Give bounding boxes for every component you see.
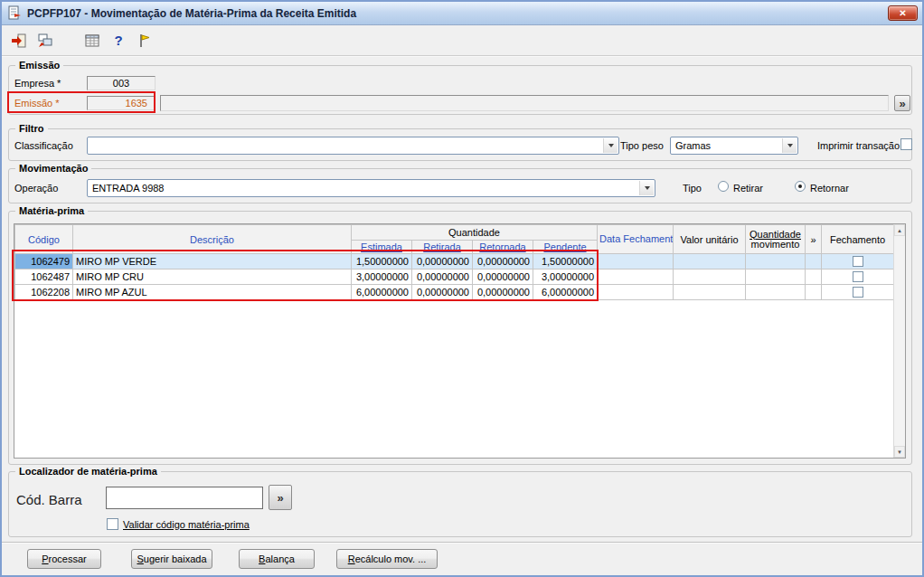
notes-icon[interactable] <box>135 31 155 51</box>
scroll-up-icon[interactable]: ▲ <box>894 224 905 236</box>
cell-estimada[interactable]: 6,00000000 <box>352 285 412 300</box>
cell-estimada[interactable]: 1,50000000 <box>352 254 412 270</box>
col-header-retornada[interactable]: Retornada <box>473 241 533 254</box>
empresa-field: 003 <box>87 76 156 90</box>
validar-codigo-label[interactable]: Validar código matéria-prima <box>123 519 250 530</box>
cell-quantidade-movimento[interactable] <box>746 254 806 270</box>
cell-retirada[interactable]: 0,00000000 <box>412 285 473 300</box>
recalculo-button[interactable]: Recálculo mov. ... <box>336 549 438 569</box>
grid-vertical-scrollbar[interactable]: ▲ ▼ <box>893 224 905 458</box>
materia-prima-grid: Código Descrição Quantidade Data Fechame… <box>14 223 906 459</box>
help-icon[interactable]: ? <box>108 31 128 51</box>
cod-barra-input[interactable] <box>106 487 263 509</box>
localizador-group: Localizador de matéria-prima Cód. Barra … <box>8 471 912 537</box>
col-header-estimada[interactable]: Estimada <box>352 241 412 254</box>
dropdown-arrow-icon[interactable] <box>639 181 654 195</box>
dropdown-arrow-icon[interactable] <box>603 138 618 153</box>
cell-chevron[interactable] <box>806 254 822 270</box>
toolbar: ? <box>2 26 922 54</box>
switch-form-icon[interactable] <box>35 31 55 51</box>
emissao-field[interactable]: 1635 <box>87 96 156 110</box>
cell-quantidade-movimento[interactable] <box>746 285 806 300</box>
cell-retornada[interactable]: 0,00000000 <box>473 270 533 285</box>
emissao-value: 1635 <box>126 98 147 109</box>
cell-codigo[interactable]: 1062479 <box>15 254 73 270</box>
col-header-pendente[interactable]: Pendente <box>533 241 598 254</box>
classificacao-label: Classificação <box>14 140 73 151</box>
materia-prima-table: Código Descrição Quantidade Data Fechame… <box>14 224 894 300</box>
operacao-select[interactable]: ENTRADA 9988 <box>87 179 655 197</box>
col-header-data-fechamento[interactable]: Data Fechamento <box>598 225 674 254</box>
tipo-label: Tipo <box>683 183 702 194</box>
cell-valor-unitario[interactable] <box>674 285 746 300</box>
emissao-lookup-button[interactable]: » <box>894 95 910 111</box>
emissao-group: Emissão Empresa * 003 Emissão * 1635 » <box>8 65 912 115</box>
cell-descricao[interactable]: MIRO MP VERDE <box>73 254 352 270</box>
cell-pendente[interactable]: 1,50000000 <box>533 254 598 270</box>
cell-chevron[interactable] <box>806 285 822 300</box>
cell-descricao[interactable]: MIRO MP CRU <box>73 270 352 285</box>
classificacao-select[interactable] <box>87 137 619 155</box>
exit-icon[interactable] <box>9 31 29 51</box>
scroll-down-icon[interactable]: ▼ <box>894 446 905 458</box>
cell-estimada[interactable]: 3,00000000 <box>352 270 412 285</box>
close-icon: ✕ <box>899 8 906 18</box>
operacao-label: Operação <box>14 183 58 194</box>
col-header-descricao[interactable]: Descrição <box>73 225 352 254</box>
materia-prima-group: Matéria-prima Código Descrição Quantidad… <box>8 211 912 465</box>
tipo-peso-label: Tipo peso <box>620 140 664 151</box>
cell-codigo[interactable]: 1062208 <box>15 285 73 300</box>
imprimir-transacao-label[interactable]: Imprimir transação <box>817 140 900 151</box>
cell-pendente[interactable]: 6,00000000 <box>533 285 598 300</box>
cell-pendente[interactable]: 3,00000000 <box>533 270 598 285</box>
retirar-label[interactable]: Retirar <box>733 183 763 194</box>
cell-chevron[interactable] <box>806 270 822 285</box>
cell-data-fechamento[interactable] <box>598 270 674 285</box>
cell-descricao[interactable]: MIRO MP AZUL <box>73 285 352 300</box>
col-header-chevron[interactable]: » <box>806 225 822 254</box>
cell-quantidade-movimento[interactable] <box>746 270 806 285</box>
validar-codigo-checkbox[interactable] <box>107 518 118 530</box>
radio-dot <box>798 184 802 188</box>
processar-button[interactable]: Processar <box>27 549 101 569</box>
cell-valor-unitario[interactable] <box>674 270 746 285</box>
col-header-codigo[interactable]: Código <box>15 225 73 254</box>
cell-retirada[interactable]: 0,00000000 <box>412 270 473 285</box>
radio-retirar[interactable] <box>718 181 729 192</box>
cell-retornada[interactable]: 0,00000000 <box>473 254 533 270</box>
filtro-legend: Filtro <box>15 123 48 134</box>
emissao-legend: Emissão <box>15 60 63 71</box>
col-header-quantidade: Quantidade <box>352 225 598 241</box>
balanca-button[interactable]: Balança <box>239 549 315 569</box>
app-window: PCPFP107 - Movimentação de Matéria-Prima… <box>0 0 924 577</box>
dropdown-arrow-icon[interactable] <box>782 138 797 153</box>
tipo-peso-select[interactable]: Gramas <box>670 137 798 155</box>
radio-retornar[interactable] <box>795 181 806 192</box>
close-button[interactable]: ✕ <box>888 5 918 21</box>
movimentacao-group: Movimentação Operação ENTRADA 9988 Tipo … <box>8 168 912 203</box>
table-row[interactable]: 1062479 MIRO MP VERDE 1,50000000 0,00000… <box>15 254 894 270</box>
emissao-label: Emissão * <box>14 98 60 109</box>
fechamento-checkbox[interactable] <box>853 271 863 282</box>
cell-data-fechamento[interactable] <box>598 285 674 300</box>
cell-codigo[interactable]: 1062487 <box>15 270 73 285</box>
retornar-label[interactable]: Retornar <box>810 183 849 194</box>
fechamento-checkbox[interactable] <box>853 256 863 267</box>
spreadsheet-icon[interactable] <box>82 31 102 51</box>
app-icon[interactable] <box>7 5 22 22</box>
movimentacao-legend: Movimentação <box>15 163 91 174</box>
sugerir-baixada-button[interactable]: Sugerir baixada <box>131 549 212 569</box>
fechamento-checkbox[interactable] <box>853 287 863 298</box>
col-header-retirada[interactable]: Retirada <box>412 241 473 254</box>
cell-valor-unitario[interactable] <box>674 254 746 270</box>
cell-retirada[interactable]: 0,00000000 <box>412 254 473 270</box>
empresa-value: 003 <box>113 78 129 89</box>
cod-barra-lookup-button[interactable]: » <box>269 485 292 510</box>
bottom-divider <box>2 542 922 544</box>
emissao-descricao-field <box>160 95 889 111</box>
cell-retornada[interactable]: 0,00000000 <box>473 285 533 300</box>
table-row[interactable]: 1062487 MIRO MP CRU 3,00000000 0,0000000… <box>15 270 894 285</box>
cell-data-fechamento[interactable] <box>598 254 674 270</box>
imprimir-transacao-checkbox[interactable] <box>900 138 912 150</box>
table-row[interactable]: 1062208 MIRO MP AZUL 6,00000000 0,000000… <box>15 285 894 300</box>
